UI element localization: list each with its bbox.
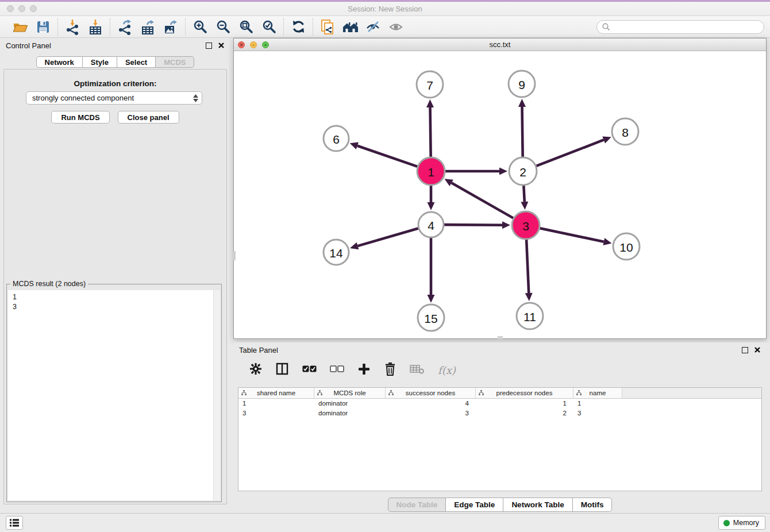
network-file-icon xyxy=(319,19,336,35)
float-table-panel-icon[interactable] xyxy=(742,347,748,353)
close-panel-button[interactable]: Close panel xyxy=(118,111,179,124)
show-columns-button[interactable] xyxy=(275,362,289,378)
run-mcds-button[interactable]: Run MCDS xyxy=(51,111,109,124)
table-settings-button[interactable] xyxy=(249,363,262,377)
search-input[interactable] xyxy=(614,23,759,31)
window-bottom-grip[interactable] xyxy=(498,336,503,339)
float-panel-icon[interactable] xyxy=(206,43,212,49)
tab-mcds[interactable]: MCDS xyxy=(156,56,194,68)
table-cell: 2 xyxy=(476,408,573,418)
delete-column-button[interactable] xyxy=(384,362,396,378)
hide-selected-button[interactable] xyxy=(364,18,383,36)
gear-icon xyxy=(249,363,262,375)
tab-network-table[interactable]: Network Table xyxy=(503,498,572,512)
graph-edge-2-8[interactable] xyxy=(536,140,603,166)
plus-icon xyxy=(357,363,371,376)
export-network-button[interactable] xyxy=(116,18,134,36)
open-file-button[interactable] xyxy=(11,18,29,36)
network-window-titlebar[interactable]: scc.txt ✕ − + xyxy=(234,38,766,51)
show-all-button[interactable] xyxy=(387,18,406,36)
table-cell: 1 xyxy=(238,399,314,408)
table-row[interactable]: 3dominator323 xyxy=(238,408,761,418)
graph-edge-arrowhead xyxy=(499,168,507,175)
save-session-button[interactable] xyxy=(34,18,52,36)
add-column-button[interactable] xyxy=(357,363,371,378)
network-close-button[interactable]: ✕ xyxy=(238,41,245,48)
graph-node-label: 4 xyxy=(428,219,434,232)
deselect-all-icon xyxy=(330,365,344,373)
first-neighbors-button[interactable] xyxy=(341,18,360,36)
mcds-result-line: 1 xyxy=(13,292,215,302)
node-table[interactable]: shared nameMCDS rolesuccessor nodesprede… xyxy=(238,387,762,491)
function-builder-button: f(x) xyxy=(438,364,456,376)
export-image-icon xyxy=(163,19,179,35)
network-maximize-button[interactable]: + xyxy=(262,41,269,48)
zoom-out-button[interactable] xyxy=(214,18,232,36)
graph-edge-4-3[interactable] xyxy=(444,225,502,225)
graph-edge-2-3[interactable] xyxy=(523,186,524,202)
mcds-result-fieldset: MCDS result (2 nodes) 13 xyxy=(6,284,222,502)
column-header-icon xyxy=(479,390,484,395)
network-minimize-button[interactable]: − xyxy=(250,41,257,48)
export-image-button[interactable] xyxy=(161,18,180,36)
window-left-grip[interactable] xyxy=(233,251,236,260)
graph-edge-1-7[interactable] xyxy=(430,107,431,157)
zoom-in-icon xyxy=(192,19,208,34)
hide-eye-icon xyxy=(365,20,382,34)
export-table-icon xyxy=(140,19,156,35)
memory-button[interactable]: Memory xyxy=(718,516,765,530)
import-table-button[interactable] xyxy=(86,18,105,36)
graph-node-label: 15 xyxy=(424,312,437,325)
save-disk-icon xyxy=(36,20,51,34)
export-network-icon xyxy=(117,19,133,35)
network-view-window: scc.txt ✕ − + 1234678910111415 xyxy=(233,38,767,339)
search-box[interactable] xyxy=(596,20,764,34)
optimization-criterion-dropdown[interactable]: strongly connected component xyxy=(26,91,202,105)
graph-edge-2-9[interactable] xyxy=(522,107,523,157)
zoom-in-button[interactable] xyxy=(191,18,209,36)
tab-network[interactable]: Network xyxy=(36,56,83,68)
new-network-from-selection-button[interactable] xyxy=(318,18,337,36)
column-header-shared-name[interactable]: shared name xyxy=(238,388,314,398)
column-header-MCDS-role[interactable]: MCDS role xyxy=(314,388,386,398)
export-table-button[interactable] xyxy=(138,18,157,36)
memory-label: Memory xyxy=(733,519,759,527)
zoom-selected-icon xyxy=(261,19,277,34)
table-row[interactable]: 1dominator411 xyxy=(238,399,761,408)
graph-edge-3-11[interactable] xyxy=(526,240,529,293)
column-header-icon xyxy=(388,390,394,395)
select-all-button[interactable] xyxy=(302,365,317,375)
table-body: 1dominator4113dominator323 xyxy=(238,399,761,418)
network-canvas[interactable]: 1234678910111415 xyxy=(234,51,766,338)
close-table-panel-icon[interactable] xyxy=(754,346,761,353)
graph-edge-3-10[interactable] xyxy=(540,228,603,242)
zoom-fit-button[interactable] xyxy=(237,18,255,36)
dropdown-selected-value: strongly connected component xyxy=(32,94,134,102)
task-list-icon xyxy=(9,518,20,527)
import-network-button[interactable] xyxy=(63,18,82,36)
graph-node-label: 3 xyxy=(522,219,529,233)
tab-select[interactable]: Select xyxy=(117,56,156,68)
column-header-name[interactable]: name xyxy=(573,388,622,398)
graph-edge-3-1[interactable] xyxy=(452,183,514,218)
column-header-predecessor-nodes[interactable]: predecessor nodes xyxy=(476,388,573,398)
zoom-selected-button[interactable] xyxy=(260,18,278,36)
tab-motifs[interactable]: Motifs xyxy=(573,498,613,512)
trash-icon xyxy=(384,362,396,376)
graph-edge-1-6[interactable] xyxy=(357,146,418,167)
application-window: Session: New Session xyxy=(0,0,770,532)
deselect-all-button[interactable] xyxy=(330,365,344,375)
zoom-fit-icon xyxy=(238,19,254,34)
column-header-icon xyxy=(576,390,582,395)
tab-edge-table[interactable]: Edge Table xyxy=(446,498,503,512)
mcds-result-scrollbar[interactable] xyxy=(213,290,220,500)
task-history-button[interactable] xyxy=(6,516,23,530)
tab-node-table[interactable]: Node Table xyxy=(388,498,446,512)
graph-edge-4-14[interactable] xyxy=(357,228,418,246)
column-header-successor-nodes[interactable]: successor nodes xyxy=(386,388,476,398)
close-panel-icon[interactable] xyxy=(218,42,225,49)
mcds-result-area[interactable]: 13 xyxy=(8,290,220,500)
network-window-title: scc.txt xyxy=(234,38,766,51)
apply-layout-button[interactable] xyxy=(289,18,307,36)
tab-style[interactable]: Style xyxy=(83,56,117,68)
